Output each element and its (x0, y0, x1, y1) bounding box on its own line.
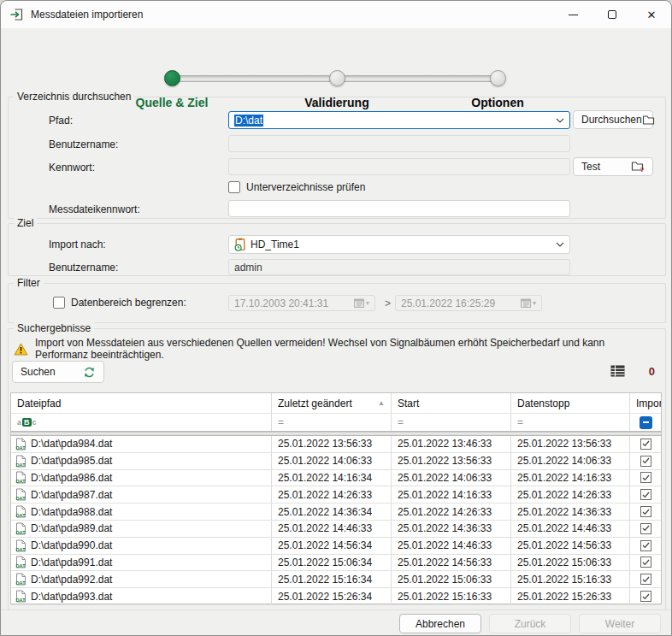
cell-stop: 25.01.2022 14:06:33 (511, 453, 630, 469)
table-row[interactable]: DAT D:\dat\pda991.dat 25.01.2022 15:06:3… (11, 555, 661, 572)
filter-cell-modified[interactable]: = (272, 414, 392, 431)
ziel-benutzername-value: admin (234, 262, 262, 274)
table-row[interactable]: DAT D:\dat\pda985.dat 25.01.2022 14:06:3… (11, 453, 661, 470)
svg-text:DAT: DAT (16, 479, 27, 484)
cell-modified: 25.01.2022 15:16:34 (272, 571, 392, 587)
date-from-input: 17.10.2003 20:41:31 ▾ (228, 295, 375, 311)
cell-stop: 25.01.2022 15:26:33 (511, 588, 630, 604)
step-node-validierung[interactable] (329, 70, 345, 86)
table-view-icon[interactable] (610, 365, 625, 377)
import-checkbox[interactable] (640, 556, 651, 568)
cell-start: 25.01.2022 15:16:33 (392, 588, 511, 604)
durchsuchen-label: Durchsuchen (581, 114, 642, 126)
warning-text: Import von Messdateien aus verschiedenen… (35, 337, 660, 361)
cell-stop: 25.01.2022 13:56:33 (511, 436, 630, 452)
svg-text:?: ? (640, 166, 645, 173)
cell-start: 25.01.2022 13:56:33 (392, 453, 511, 469)
cell-stop: 25.01.2022 14:56:33 (511, 538, 630, 554)
pfad-value: D:\dat (234, 115, 263, 127)
import-checkbox[interactable] (640, 472, 651, 483)
pfad-combobox[interactable]: D:\dat (228, 111, 570, 129)
dat-file-icon: DAT (15, 455, 27, 468)
file-path: D:\dat\pda992.dat (31, 574, 112, 586)
chevron-down-icon[interactable] (556, 118, 564, 123)
close-icon: ✕ (647, 9, 657, 21)
svg-text:DAT: DAT (16, 462, 27, 467)
cell-start: 25.01.2022 14:46:33 (392, 538, 511, 554)
import-checkbox[interactable] (640, 523, 651, 534)
zurueck-button[interactable]: Zurück (489, 614, 571, 633)
date-to-input: 25.01.2022 16:25:29 ▾ (395, 295, 542, 311)
warning-icon (14, 343, 28, 356)
filter-cell-import[interactable] (630, 414, 661, 431)
kennwort-label: Kennwort: (49, 162, 95, 174)
dropdown-arrow-icon: ▾ (366, 299, 369, 307)
cell-start: 25.01.2022 14:26:33 (392, 504, 511, 520)
cell-modified: 25.01.2022 14:06:33 (272, 453, 392, 469)
test-button[interactable]: Test ? (573, 157, 653, 176)
suchen-button[interactable]: Suchen (12, 361, 104, 383)
table-row[interactable]: DAT D:\dat\pda988.dat 25.01.2022 14:36:3… (11, 504, 661, 521)
dat-file-icon: DAT (15, 539, 27, 552)
folder-open-icon (642, 115, 655, 126)
column-header-datenstopp[interactable]: Datenstopp (511, 393, 630, 413)
step-node-quelle-ziel[interactable] (164, 70, 180, 86)
svg-text:DAT: DAT (16, 563, 27, 568)
import-checkbox[interactable] (640, 456, 651, 467)
column-header-dateipfad[interactable]: Dateipfad (11, 393, 272, 413)
messdateikennwort-input[interactable] (228, 200, 570, 217)
import-checkbox[interactable] (640, 506, 651, 517)
durchsuchen-button[interactable]: Durchsuchen (573, 110, 653, 129)
test-label: Test (581, 161, 600, 173)
benutzername-label: Benutzername: (49, 138, 118, 150)
column-header-start[interactable]: Start (392, 393, 511, 413)
filter-cell-stop[interactable]: = (511, 414, 630, 431)
sort-ascending-icon: ▲ (378, 400, 385, 407)
chevron-down-icon[interactable] (556, 242, 564, 247)
table-row[interactable]: DAT D:\dat\pda984.dat 25.01.2022 13:56:3… (11, 436, 661, 453)
unterverzeichnisse-label: Unterverzeichnisse prüfen (246, 181, 365, 193)
datenbereich-checkbox[interactable] (53, 297, 65, 309)
import-checkbox[interactable] (640, 574, 651, 585)
table-row[interactable]: DAT D:\dat\pda993.dat 25.01.2022 15:26:3… (11, 588, 661, 605)
filter-cell-dateipfad[interactable]: aBc (11, 414, 272, 431)
abbrechen-button[interactable]: Abbrechen (399, 614, 481, 633)
indeterminate-checkbox-icon[interactable] (640, 416, 652, 429)
file-path: D:\dat\pda988.dat (31, 506, 112, 518)
group-ziel: Ziel Import nach: HD_Time1 Benutzername:… (8, 223, 666, 276)
cell-modified: 25.01.2022 13:56:33 (272, 436, 392, 452)
cell-start: 25.01.2022 14:36:33 (392, 521, 511, 537)
import-nach-combobox[interactable]: HD_Time1 (228, 235, 570, 254)
column-header-zuletzt-geaendert[interactable]: Zuletzt geändert ▲ (272, 393, 392, 413)
table-row[interactable]: DAT D:\dat\pda989.dat 25.01.2022 14:46:3… (11, 521, 661, 538)
dat-file-icon: DAT (15, 556, 27, 568)
close-button[interactable]: ✕ (632, 1, 671, 28)
file-path: D:\dat\pda989.dat (31, 522, 112, 534)
import-checkbox[interactable] (640, 540, 651, 551)
dat-file-icon: DAT (15, 590, 27, 603)
import-checkbox[interactable] (640, 439, 651, 450)
svg-text:DAT: DAT (16, 496, 27, 501)
weiter-button[interactable]: Weiter (579, 614, 661, 633)
group-verzeichnis-durchsuchen: Verzeichnis durchsuchen Pfad: D:\dat Dur… (8, 97, 666, 219)
maximize-button[interactable] (592, 1, 632, 28)
filter-cell-start[interactable]: = (392, 414, 511, 431)
titlebar: Messdateien importieren ✕ (1, 1, 671, 28)
unterverzeichnisse-checkbox[interactable] (228, 181, 240, 193)
benutzername-input (228, 135, 570, 152)
table-row[interactable]: DAT D:\dat\pda992.dat 25.01.2022 15:16:3… (11, 571, 661, 588)
minimize-button[interactable] (553, 1, 592, 28)
folder-question-icon: ? (631, 161, 645, 173)
pfad-label: Pfad: (49, 115, 73, 127)
import-checkbox[interactable] (640, 489, 651, 500)
group-legend: Suchergebnisse (14, 322, 94, 334)
step-node-optionen[interactable] (490, 70, 506, 86)
table-row[interactable]: DAT D:\dat\pda987.dat 25.01.2022 14:26:3… (11, 486, 661, 504)
table-row[interactable]: DAT D:\dat\pda990.dat 25.01.2022 14:56:3… (11, 538, 661, 555)
import-window-icon (9, 8, 24, 21)
column-header-import[interactable]: Import... (630, 393, 661, 413)
svg-text:DAT: DAT (16, 598, 27, 603)
cell-stop: 25.01.2022 14:26:33 (511, 486, 630, 503)
table-row[interactable]: DAT D:\dat\pda986.dat 25.01.2022 14:16:3… (11, 470, 661, 487)
import-checkbox[interactable] (640, 591, 651, 602)
